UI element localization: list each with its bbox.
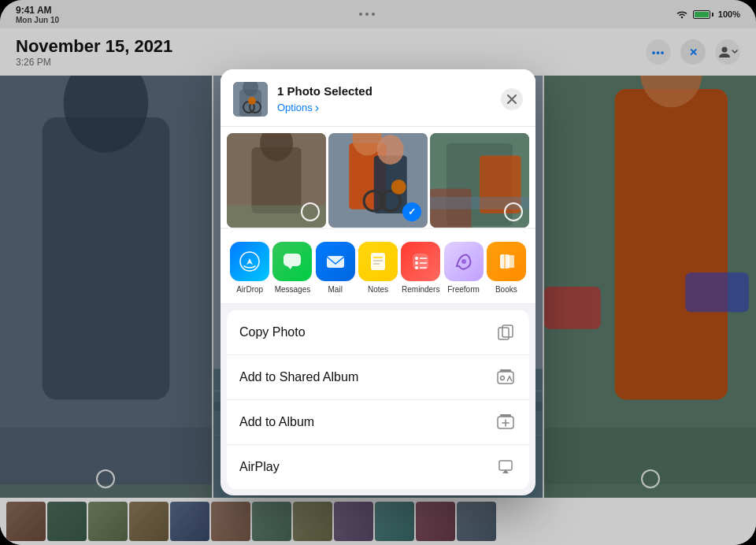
modal-circle-3[interactable] (504, 202, 523, 221)
svg-rect-59 (371, 253, 385, 270)
reminders-icon (401, 242, 440, 281)
svg-marker-57 (287, 266, 292, 269)
app-icon-books[interactable]: Books (485, 242, 528, 294)
svg-point-66 (415, 261, 418, 265)
ipad-frame: 9:41 AM Mon Jun 10 100% (0, 0, 756, 545)
notes-label: Notes (368, 285, 388, 294)
app-icon-freeform[interactable]: Freeform (442, 242, 484, 294)
modal-photo-strip (220, 127, 536, 228)
add-album-label: Add to Album (239, 415, 314, 429)
svg-point-35 (248, 97, 256, 105)
mail-label: Mail (328, 285, 343, 294)
svg-point-70 (461, 259, 466, 264)
app-icon-messages[interactable]: Messages (271, 242, 313, 294)
app-icon-notes[interactable]: Notes (357, 242, 399, 294)
svg-point-46 (377, 135, 404, 165)
share-sheet: 1 Photo Selected Options › (220, 69, 536, 495)
modal-photo-2[interactable] (328, 133, 428, 228)
share-header-left: 1 Photo Selected Options › (233, 82, 372, 117)
selected-count-label: 1 Photo Selected (277, 84, 372, 98)
svg-rect-80 (500, 414, 511, 417)
freeform-icon (444, 242, 484, 281)
action-add-shared-album[interactable]: Add to Shared Album (227, 355, 529, 400)
action-list: Copy Photo Add to Shared Album (227, 310, 529, 489)
copy-photo-icon (495, 321, 517, 343)
add-album-icon (495, 411, 517, 433)
messages-label: Messages (275, 285, 311, 294)
airplay-label: AirPlay (239, 460, 280, 474)
copy-photo-label: Copy Photo (239, 325, 306, 339)
svg-point-49 (391, 180, 406, 195)
close-icon (507, 95, 517, 104)
svg-rect-63 (413, 254, 428, 269)
modal-circle-2[interactable] (402, 202, 421, 221)
action-copy-photo[interactable]: Copy Photo (227, 310, 529, 355)
airdrop-icon (230, 242, 269, 281)
app-icon-airdrop[interactable]: AirDrop (228, 242, 271, 294)
books-label: Books (495, 285, 517, 294)
svg-rect-73 (508, 255, 514, 268)
svg-rect-77 (500, 369, 511, 372)
messages-icon (272, 242, 312, 281)
modal-photo-1[interactable] (227, 133, 326, 228)
modal-photo-3[interactable] (430, 133, 529, 228)
svg-point-78 (501, 376, 505, 380)
action-airplay[interactable]: AirPlay (227, 445, 529, 489)
app-icon-reminders[interactable]: Reminders (399, 242, 442, 294)
mail-icon (316, 242, 355, 281)
svg-rect-58 (327, 256, 344, 268)
svg-rect-56 (284, 254, 301, 266)
airdrop-label: AirDrop (236, 285, 263, 294)
reminders-label: Reminders (402, 285, 439, 294)
modal-circle-1[interactable] (301, 202, 320, 221)
share-thumbnail (233, 82, 268, 117)
airplay-action-icon (495, 456, 517, 478)
app-icon-mail[interactable]: Mail (314, 242, 357, 294)
app-icons-row: AirDrop Messages Mail (220, 229, 536, 304)
svg-point-68 (415, 266, 418, 269)
add-shared-album-icon (495, 366, 517, 388)
options-button[interactable]: Options › (277, 101, 372, 115)
notes-icon (358, 242, 398, 281)
share-header: 1 Photo Selected Options › (220, 69, 536, 127)
books-icon (487, 242, 526, 281)
action-add-album[interactable]: Add to Album (227, 400, 529, 445)
share-header-info: 1 Photo Selected Options › (277, 84, 372, 115)
add-shared-album-label: Add to Shared Album (239, 370, 358, 384)
svg-point-64 (415, 257, 418, 260)
freeform-label: Freeform (447, 285, 480, 294)
share-close-button[interactable] (501, 88, 523, 110)
